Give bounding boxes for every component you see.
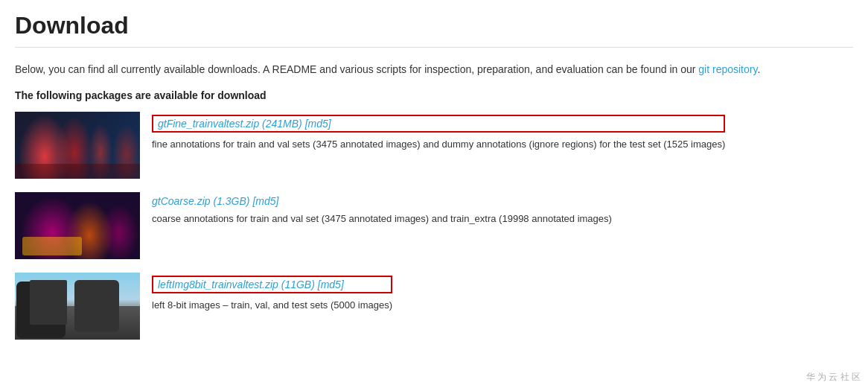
download-description: left 8-bit images – train, val, and test… (152, 298, 392, 313)
download-link-item-1[interactable]: gtFine_trainvaltest.zip (241MB) [md5] (152, 115, 725, 133)
section-title: The following packages are available for… (15, 89, 853, 101)
download-thumbnail (15, 112, 140, 179)
download-thumbnail (15, 273, 140, 340)
intro-text-after: . (757, 63, 760, 75)
download-item: gtCoarse.zip (1.3GB) [md5]coarse annotat… (15, 192, 853, 259)
download-link-item-2[interactable]: gtCoarse.zip (1.3GB) [md5] (152, 195, 612, 207)
download-thumbnail (15, 192, 140, 259)
page-title: Download (15, 12, 853, 48)
git-repository-link[interactable]: git repository (698, 63, 757, 75)
download-info: leftImg8bit_trainvaltest.zip (11GB) [md5… (152, 273, 392, 313)
download-item: gtFine_trainvaltest.zip (241MB) [md5]fin… (15, 112, 853, 179)
download-info: gtCoarse.zip (1.3GB) [md5]coarse annotat… (152, 192, 612, 226)
download-item: leftImg8bit_trainvaltest.zip (11GB) [md5… (15, 273, 853, 340)
thumbnail-image (15, 112, 140, 179)
download-list: gtFine_trainvaltest.zip (241MB) [md5]fin… (15, 112, 853, 353)
thumbnail-image (15, 192, 140, 259)
intro-text: Below, you can find all currently availa… (15, 61, 853, 77)
download-description: coarse annotations for train and val set… (152, 212, 612, 226)
download-description: fine annotations for train and val sets … (152, 137, 725, 152)
download-info: gtFine_trainvaltest.zip (241MB) [md5]fin… (152, 112, 725, 152)
intro-text-before: Below, you can find all currently availa… (15, 63, 698, 75)
download-link-item-3[interactable]: leftImg8bit_trainvaltest.zip (11GB) [md5… (152, 276, 392, 293)
thumbnail-image (15, 273, 140, 340)
